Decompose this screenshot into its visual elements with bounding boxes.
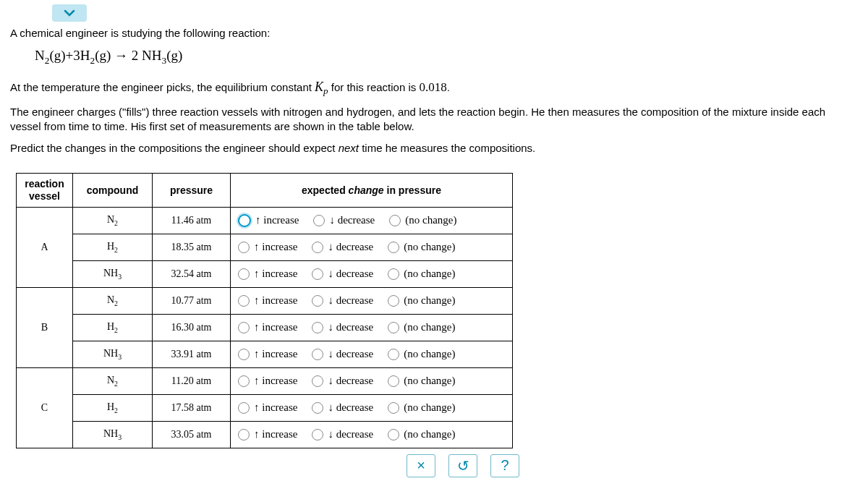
pressure-cell: 32.54 atm: [153, 260, 231, 287]
header-pressure: pressure: [153, 174, 231, 208]
radio-label-nochange: (no change): [404, 321, 455, 333]
radio-label-increase: ↑ increase: [254, 321, 297, 333]
compound-cell: N2: [73, 287, 153, 314]
radio-label-nochange: (no change): [404, 375, 455, 387]
expected-change-cell: ↑ increase↓ decrease(no change): [231, 341, 513, 367]
pressure-cell: 33.05 atm: [153, 421, 231, 448]
radio-label-increase: ↑ increase: [254, 401, 297, 414]
radio-nochange[interactable]: [388, 268, 399, 280]
radio-decrease[interactable]: [312, 402, 323, 414]
reset-icon: ↺: [457, 457, 469, 474]
intro-line-4: Predict the changes in the compositions …: [10, 141, 858, 156]
radio-label-nochange: (no change): [404, 294, 455, 307]
pressure-cell: 18.35 atm: [153, 234, 231, 260]
vessel-id: B: [17, 287, 73, 367]
pressure-cell: 11.46 atm: [153, 207, 231, 234]
radio-decrease[interactable]: [312, 295, 323, 307]
radio-increase[interactable]: [238, 242, 250, 253]
radio-label-increase: ↑ increase: [254, 294, 297, 307]
radio-nochange[interactable]: [388, 242, 399, 253]
compound-cell: H2: [73, 314, 153, 341]
expected-change-cell: ↑ increase↓ decrease(no change): [231, 207, 513, 234]
compound-cell: NH3: [73, 341, 153, 367]
x-icon: ×: [417, 457, 425, 474]
radio-increase[interactable]: [238, 349, 250, 360]
radio-label-increase: ↑ increase: [254, 428, 297, 440]
clear-button[interactable]: ×: [407, 454, 435, 477]
radio-decrease[interactable]: [312, 242, 323, 253]
radio-increase[interactable]: [238, 375, 250, 387]
radio-nochange[interactable]: [389, 215, 401, 226]
radio-label-nochange: (no change): [404, 268, 455, 280]
expected-change-cell: ↑ increase↓ decrease(no change): [231, 287, 513, 314]
expected-change-cell: ↑ increase↓ decrease(no change): [231, 367, 513, 394]
radio-label-decrease: ↓ decrease: [329, 214, 375, 226]
compound-cell: N2: [73, 367, 153, 394]
expected-change-cell: ↑ increase↓ decrease(no change): [231, 260, 513, 287]
chevron-down-icon: [64, 9, 75, 17]
expected-change-cell: ↑ increase↓ decrease(no change): [231, 421, 513, 448]
radio-label-decrease: ↓ decrease: [328, 294, 373, 307]
radio-label-decrease: ↓ decrease: [328, 241, 373, 253]
intro-line-1: A chemical engineer is studying the foll…: [10, 26, 858, 41]
pressure-cell: 17.58 atm: [153, 394, 231, 421]
radio-increase[interactable]: [238, 402, 250, 414]
radio-decrease[interactable]: [312, 375, 323, 387]
radio-label-decrease: ↓ decrease: [328, 321, 373, 333]
expected-change-cell: ↑ increase↓ decrease(no change): [231, 314, 513, 341]
radio-nochange[interactable]: [388, 295, 399, 307]
compound-cell: H2: [73, 394, 153, 421]
pressure-cell: 11.20 atm: [153, 367, 231, 394]
radio-label-nochange: (no change): [405, 214, 456, 226]
radio-nochange[interactable]: [388, 402, 399, 414]
radio-increase[interactable]: [238, 214, 251, 227]
radio-label-nochange: (no change): [404, 348, 455, 360]
radio-increase[interactable]: [238, 268, 250, 280]
header-compound: compound: [73, 174, 153, 208]
radio-label-decrease: ↓ decrease: [328, 428, 373, 440]
radio-label-decrease: ↓ decrease: [328, 268, 373, 280]
radio-increase[interactable]: [238, 429, 250, 440]
radio-label-increase: ↑ increase: [254, 375, 297, 387]
radio-label-decrease: ↓ decrease: [328, 348, 373, 360]
vessel-id: C: [17, 367, 73, 448]
reaction-equation: N2(g)+3H2(g) → 2 NH3(g): [35, 48, 858, 67]
radio-label-decrease: ↓ decrease: [328, 375, 373, 387]
radio-increase[interactable]: [238, 295, 250, 307]
compound-cell: NH3: [73, 421, 153, 448]
radio-label-increase: ↑ increase: [254, 241, 297, 253]
help-icon: ?: [501, 457, 509, 474]
intro-line-3: The engineer charges ("fills") three rea…: [10, 105, 858, 135]
reset-button[interactable]: ↺: [448, 454, 477, 477]
radio-nochange[interactable]: [388, 322, 399, 333]
radio-decrease[interactable]: [313, 215, 325, 226]
radio-label-increase: ↑ increase: [255, 214, 299, 226]
radio-decrease[interactable]: [312, 268, 323, 280]
radio-nochange[interactable]: [388, 429, 399, 440]
compound-cell: N2: [73, 207, 153, 234]
radio-nochange[interactable]: [388, 375, 399, 387]
collapse-toggle[interactable]: [52, 4, 87, 22]
radio-decrease[interactable]: [312, 349, 323, 360]
expected-change-cell: ↑ increase↓ decrease(no change): [231, 234, 513, 260]
radio-decrease[interactable]: [312, 429, 323, 440]
radio-label-increase: ↑ increase: [254, 348, 297, 360]
header-change: expected change in pressure: [231, 174, 513, 208]
vessel-id: A: [17, 207, 73, 287]
radio-label-nochange: (no change): [404, 401, 455, 414]
header-vessel: reaction vessel: [17, 174, 73, 208]
compound-cell: H2: [73, 234, 153, 260]
intro-line-2: At the temperature the engineer picks, t…: [10, 78, 858, 98]
radio-label-increase: ↑ increase: [254, 268, 297, 280]
pressure-cell: 33.91 atm: [153, 341, 231, 367]
radio-decrease[interactable]: [312, 322, 323, 333]
pressure-cell: 10.77 atm: [153, 287, 231, 314]
radio-label-decrease: ↓ decrease: [328, 401, 373, 414]
help-button[interactable]: ?: [490, 454, 519, 477]
radio-nochange[interactable]: [388, 349, 399, 360]
expected-change-cell: ↑ increase↓ decrease(no change): [231, 394, 513, 421]
radio-label-nochange: (no change): [404, 428, 455, 440]
radio-increase[interactable]: [238, 322, 250, 333]
radio-label-nochange: (no change): [404, 241, 455, 253]
pressure-cell: 16.30 atm: [153, 314, 231, 341]
